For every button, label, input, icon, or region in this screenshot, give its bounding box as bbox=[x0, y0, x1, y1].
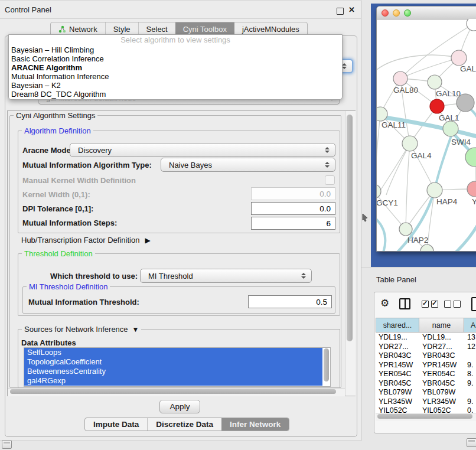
network-window-titlebar[interactable] bbox=[377, 6, 476, 19]
apply-button[interactable]: Apply bbox=[159, 400, 200, 413]
table-horizontal-scrollbar-thumb[interactable] bbox=[377, 414, 472, 419]
network-node[interactable] bbox=[443, 121, 458, 136]
network-node[interactable] bbox=[377, 107, 387, 121]
tab-infer-network[interactable]: Infer Network bbox=[221, 418, 289, 431]
settings-vertical-scrollbar-thumb[interactable] bbox=[347, 115, 353, 341]
network-edge-highlighted[interactable] bbox=[435, 132, 452, 190]
close-panel-icon[interactable]: ✕ bbox=[348, 5, 355, 14]
which-threshold-combobox[interactable]: MI Threshold bbox=[140, 269, 312, 283]
new-table-icon[interactable] bbox=[471, 297, 476, 311]
hub-transcription-factor-section[interactable]: Hub/Transcription Factor Definition ▶ bbox=[21, 236, 151, 244]
network-edge[interactable] bbox=[400, 58, 459, 79]
data-attributes-list: SelfLoopsTopologicalCoefficientBetweenne… bbox=[24, 347, 331, 387]
network-edge[interactable] bbox=[406, 144, 410, 229]
network-node-label: Y bbox=[472, 197, 476, 206]
mi-steps-field[interactable] bbox=[251, 217, 335, 230]
network-node[interactable] bbox=[430, 99, 444, 113]
network-edge[interactable] bbox=[386, 144, 410, 195]
table-panel-titlebar: Table Panel bbox=[361, 267, 476, 292]
kernel-width-field[interactable] bbox=[251, 187, 335, 200]
network-edge[interactable] bbox=[377, 114, 380, 191]
mi-algorithm-type-combobox[interactable]: Naive Bayes bbox=[161, 158, 335, 172]
network-node[interactable] bbox=[402, 136, 418, 151]
table-cell bbox=[464, 388, 476, 397]
network-edge[interactable] bbox=[377, 55, 459, 75]
tab-discretize-data[interactable]: Discretize Data bbox=[147, 418, 221, 431]
network-node[interactable] bbox=[399, 223, 412, 236]
table-cell: 13 bbox=[464, 333, 476, 343]
float-window-icon[interactable] bbox=[337, 8, 344, 15]
table-row[interactable]: YDL19...YDL19...13 bbox=[376, 333, 476, 343]
table-rows: YDL19...YDL19...13YDR27...YDR27...12YBR0… bbox=[376, 333, 476, 413]
algorithm-option[interactable]: ARACNE Algorithm bbox=[9, 63, 342, 72]
network-node[interactable] bbox=[428, 75, 442, 89]
mi-threshold-field[interactable] bbox=[248, 295, 332, 308]
algorithm-option[interactable]: Dream8 DC_TDC Algorithm bbox=[9, 90, 342, 99]
control-panel-title: Control Panel bbox=[5, 5, 51, 14]
table-row[interactable]: YBR043CYBR043C bbox=[376, 351, 476, 361]
expanded-arrow-icon[interactable]: ▼ bbox=[132, 325, 139, 334]
manual-kernel-width-checkbox[interactable] bbox=[325, 175, 335, 185]
dock-panel-icon[interactable] bbox=[2, 440, 12, 449]
deselect-all-columns-icon[interactable] bbox=[444, 301, 461, 308]
network-node[interactable] bbox=[427, 182, 442, 198]
window-zoom-icon[interactable] bbox=[404, 9, 411, 17]
attributes-list-scrollbar-thumb[interactable] bbox=[324, 348, 329, 381]
collapsed-arrow-icon[interactable]: ▶ bbox=[145, 236, 150, 244]
table-cell: 12 bbox=[464, 343, 476, 352]
table-row[interactable]: YLR345WYLR345W9. bbox=[376, 397, 476, 407]
data-attribute-item[interactable]: BetweennessCentrality bbox=[24, 367, 322, 376]
algorithm-option[interactable]: Bayesian – K2 bbox=[9, 81, 342, 90]
table-row[interactable]: YDR27...YDR27...12 bbox=[376, 343, 476, 352]
select-all-columns-icon[interactable] bbox=[422, 301, 438, 308]
column-header-clipped[interactable]: A bbox=[464, 318, 476, 332]
split-view-icon[interactable] bbox=[399, 298, 410, 309]
table-cell: YLR345W bbox=[419, 397, 464, 407]
dock-panel-icon[interactable] bbox=[467, 438, 476, 447]
network-edge-highlighted[interactable] bbox=[424, 214, 476, 251]
table-row[interactable]: YBL079WYBL079W bbox=[376, 388, 476, 397]
settings-horizontal-scrollbar-thumb[interactable] bbox=[10, 389, 336, 394]
network-node[interactable] bbox=[393, 71, 407, 86]
combo-arrows-icon bbox=[323, 162, 331, 168]
network-node[interactable] bbox=[457, 94, 474, 112]
network-node[interactable] bbox=[377, 184, 381, 198]
mi-algorithm-type-label: Mutual Information Algorithm Type: bbox=[22, 161, 152, 169]
hub-transcription-factor-label: Hub/Transcription Factor Definition bbox=[21, 236, 139, 244]
data-attributes-label: Data Attributes bbox=[21, 338, 76, 347]
dpi-tolerance-field[interactable] bbox=[251, 202, 335, 215]
tab-impute-data[interactable]: Impute Data bbox=[85, 418, 147, 431]
cyni-algorithm-settings-title: Cyni Algorithm Settings bbox=[14, 111, 97, 120]
window-minimize-icon[interactable] bbox=[393, 9, 400, 17]
algorithm-option[interactable]: Mutual Information Inference bbox=[9, 72, 342, 81]
column-header-name[interactable]: name bbox=[419, 318, 464, 332]
network-node-label: GCY1 bbox=[377, 198, 398, 207]
table-row[interactable]: YPR145WYPR145W9. bbox=[376, 361, 476, 370]
algorithm-option[interactable]: Bayesian – Hill Climbing bbox=[9, 45, 342, 54]
network-node[interactable] bbox=[451, 50, 467, 66]
network-node[interactable] bbox=[467, 181, 476, 197]
network-node-label: HAP2 bbox=[407, 236, 428, 244]
column-header-shared-name[interactable]: shared... bbox=[376, 318, 419, 332]
network-edge-highlighted[interactable] bbox=[377, 214, 385, 251]
data-attribute-item[interactable]: SelfLoops bbox=[24, 348, 322, 357]
network-node-label: GAL10 bbox=[436, 89, 461, 98]
data-attribute-item[interactable]: TopologicalCoefficient bbox=[24, 357, 322, 367]
data-attribute-item[interactable]: gal4RGexp bbox=[24, 376, 322, 386]
network-node[interactable] bbox=[420, 244, 433, 251]
aracne-mode-combobox[interactable]: Discovery bbox=[70, 143, 335, 157]
table-cell bbox=[464, 351, 476, 361]
table-cell: YBR045C bbox=[376, 379, 419, 389]
mi-threshold-label: Mutual Information Threshold: bbox=[28, 298, 139, 306]
table-row[interactable]: YER054CYER054C8. bbox=[376, 370, 476, 379]
dpi-tolerance-label: DPI Tolerance [0,1]: bbox=[22, 204, 93, 213]
gear-icon[interactable]: ⚙ bbox=[380, 297, 389, 309]
algorithm-option[interactable]: Basic Correlation Inference bbox=[9, 54, 342, 63]
network-graph[interactable]: GALGAL80GAL10GAL1GAL11SWI4GAL4GCY1HAP4YH… bbox=[377, 19, 476, 251]
network-node[interactable] bbox=[465, 148, 476, 167]
application-window: Control Panel ✕ Network Style Select Cyn… bbox=[0, 0, 476, 450]
network-node[interactable] bbox=[467, 19, 476, 31]
window-close-icon[interactable] bbox=[382, 9, 389, 17]
table-panel-title: Table Panel bbox=[376, 275, 416, 284]
table-row[interactable]: YBR045CYBR045C9. bbox=[376, 379, 476, 389]
